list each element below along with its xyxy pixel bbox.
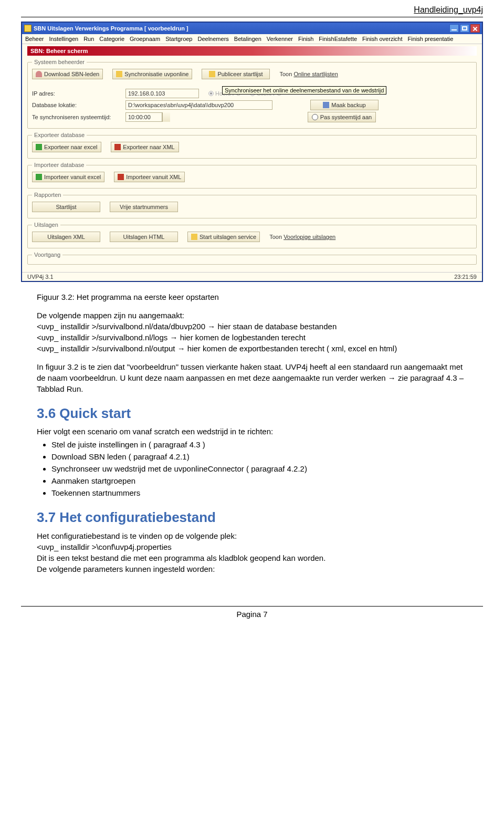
- legend-uitslagen: Uitslagen: [32, 222, 60, 228]
- conf-line-3: Dit is een tekst bestand die met een pro…: [37, 552, 467, 563]
- status-time: 23:21:59: [454, 274, 477, 280]
- db-label: Database lokatie:: [32, 102, 116, 108]
- excel-icon: [36, 174, 42, 180]
- page-footer: Pagina 7: [21, 606, 483, 619]
- app-icon: [24, 25, 32, 32]
- minimize-button[interactable]: [449, 24, 459, 33]
- xml-icon: [118, 174, 124, 180]
- backup-button[interactable]: Maak backup: [310, 100, 379, 110]
- mapline-2: <uvp_ installdir >/survivalbond.nl/logs …: [37, 332, 467, 343]
- conf-line-1: Het configuratiebestand is te vinden op …: [37, 530, 467, 541]
- menu-beheer[interactable]: Beheer: [25, 36, 44, 42]
- xml-icon: [114, 144, 121, 150]
- legend-rapporten: Rapporten: [32, 192, 63, 198]
- toon-startlijsten-label: Toon Online startlijsten: [279, 71, 338, 77]
- menu-categorie[interactable]: Categorie: [99, 36, 124, 42]
- publish-icon: [209, 71, 215, 77]
- import-xml-button[interactable]: Importeer vanuit XML: [114, 172, 185, 182]
- menubar: Beheer Instellingen Run Categorie Groepn…: [22, 34, 482, 44]
- list-item: Stel de juiste instellingen in ( paragra…: [51, 439, 467, 450]
- heading-quick-start: 3.6 Quick start: [37, 404, 467, 423]
- panel-title: SBN: Beheer scherm: [27, 46, 477, 56]
- sync-tooltip: Synchroniseer het online deelnemersbesta…: [222, 86, 386, 95]
- time-input[interactable]: [125, 112, 162, 122]
- legend-systeembeheerder: Systeem beheerder: [32, 59, 87, 65]
- figure-caption: Figuur 3.2: Het programma na eerste keer…: [37, 291, 467, 302]
- heading-configuratiebestand: 3.7 Het configuratiebestand: [37, 508, 467, 527]
- list-item: Download SBN leden ( paragraaf 4.2.1): [51, 451, 467, 462]
- vrije-startnummers-button[interactable]: Vrije startnummers: [110, 202, 178, 212]
- export-excel-button[interactable]: Exporteer naar excel: [32, 142, 101, 152]
- menu-groepnaam[interactable]: Groepnaam: [130, 36, 160, 42]
- group-rapporten: Rapporten Startlijst Vrije startnummers: [27, 192, 477, 218]
- paragraph-voorbeeldrun: In figuur 3.2 is te zien dat "voorbeeldr…: [37, 361, 467, 394]
- mapline-1: <uvp_ installdir >/survivalbond.nl/data/…: [37, 321, 467, 332]
- uitslagen-html-button[interactable]: Uitslagen HTML: [110, 232, 178, 242]
- quick-start-list: Stel de juiste instellingen in ( paragra…: [51, 439, 467, 498]
- menu-finishestafette[interactable]: FinishEstafette: [319, 36, 357, 42]
- ip-label: IP adres:: [32, 90, 116, 97]
- doc-header: Handleiding_uvp4j: [0, 0, 504, 17]
- menu-startgroep[interactable]: Startgroep: [165, 36, 192, 42]
- conf-line-2: <uvp_ installdir >\conf\uvp4j.properties: [37, 541, 467, 552]
- list-item: Synchronseer uw wedstrijd met de uvponli…: [51, 463, 467, 474]
- menu-deelnemers[interactable]: Deelnemers: [198, 36, 229, 42]
- set-time-button[interactable]: Pas systeemtijd aan: [308, 112, 376, 122]
- conf-line-4: De volgende parameters kunnen ingesteld …: [37, 563, 467, 574]
- screenshot: SBN Uitslagen Verwerkings Programma [ vo…: [21, 22, 483, 282]
- maximize-button[interactable]: [460, 24, 469, 33]
- menu-instellingen[interactable]: Instellingen: [49, 36, 78, 42]
- legend-voortgang: Voortgang: [32, 252, 62, 258]
- disk-icon: [323, 102, 329, 108]
- import-excel-button[interactable]: Importeer vanuit excel: [32, 172, 104, 182]
- menu-finish[interactable]: Finish: [298, 36, 313, 42]
- list-item: Aanmaken startgroepen: [51, 475, 467, 486]
- excel-icon: [36, 144, 42, 150]
- header-rule: [21, 17, 483, 17]
- db-input[interactable]: [125, 100, 272, 110]
- publish-startlijst-button[interactable]: Publiceer startlijst: [202, 69, 270, 79]
- service-icon: [191, 234, 197, 240]
- sync-uvponline-button[interactable]: Synchronisatie uvponline: [112, 69, 192, 79]
- person-icon: [36, 71, 42, 77]
- menu-finishpresentatie[interactable]: Finish presentatie: [408, 36, 454, 42]
- menu-betalingen[interactable]: Betalingen: [234, 36, 261, 42]
- ip-input[interactable]: [125, 89, 199, 98]
- sync-icon: [116, 71, 122, 77]
- voorlopige-uitslagen-link[interactable]: Voorlopige uitslagen: [284, 234, 335, 240]
- uitslagen-xml-button[interactable]: Uitslagen XML: [32, 232, 100, 242]
- startlijst-button[interactable]: Startlijst: [32, 202, 100, 212]
- online-startlijsten-link[interactable]: Online startlijsten: [293, 71, 338, 77]
- clock-icon: [312, 114, 318, 120]
- close-button[interactable]: [470, 24, 480, 33]
- mapline-3: <uvp_ installdir >/survivalbond.nl/outpu…: [37, 343, 467, 354]
- download-sbn-button[interactable]: Download SBN-leden: [32, 69, 103, 79]
- menu-verkenner[interactable]: Verkenner: [267, 36, 293, 42]
- window-title: SBN Uitslagen Verwerkings Programma [ vo…: [34, 25, 188, 32]
- toon-uitslagen-label: Toon Voorlopige uitslagen: [269, 234, 335, 240]
- statusbar: UVP4j 3.1 23:21:59: [22, 272, 482, 281]
- group-voortgang: Voortgang: [27, 252, 477, 265]
- group-uitslagen: Uitslagen Uitslagen XML Uitslagen HTML S…: [27, 222, 477, 248]
- legend-import: Importeer database: [32, 162, 86, 168]
- paragraph-mappen-intro: De volgende mappen zijn nu aangemaakt:: [37, 310, 467, 321]
- list-item: Toekennen startnummers: [51, 487, 467, 498]
- export-xml-button[interactable]: Exporteer naar XML: [111, 142, 179, 152]
- menu-run[interactable]: Run: [83, 36, 94, 42]
- start-uitslagen-service-button[interactable]: Start uitslagen service: [187, 232, 260, 242]
- window-titlebar: SBN Uitslagen Verwerkings Programma [ vo…: [22, 23, 482, 34]
- legend-export: Exporteer database: [32, 132, 87, 138]
- time-label: Te synchroniseren systeemtijd:: [32, 114, 116, 120]
- group-import-db: Importeer database Importeer vanuit exce…: [27, 162, 477, 189]
- quick-start-intro: Hier volgt een scenario om vanaf scratch…: [37, 426, 467, 437]
- menu-finishoverzicht[interactable]: Finish overzicht: [362, 36, 402, 42]
- group-export-db: Exporteer database Exporteer naar excel …: [27, 132, 477, 159]
- status-version: UVP4j 3.1: [27, 274, 54, 280]
- group-systeembeheerder: Systeem beheerder Download SBN-leden Syn…: [27, 59, 477, 129]
